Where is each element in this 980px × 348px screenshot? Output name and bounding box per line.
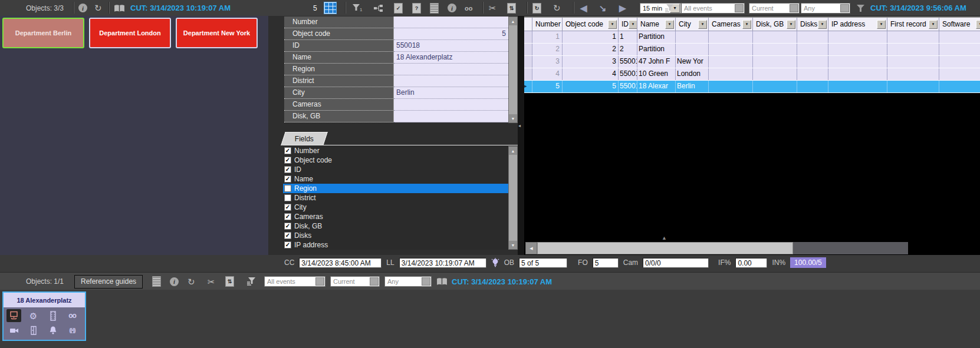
horizontal-scrollbar-thumb[interactable] <box>537 242 793 254</box>
events-filter-select[interactable]: All events <box>264 276 325 287</box>
object-card[interactable]: 18 Alexanderplatz ⚙ oo <box>2 291 86 341</box>
step-to-end-icon[interactable]: ↘ <box>599 4 607 12</box>
property-value[interactable]: 550018 <box>394 40 508 52</box>
table-row[interactable]: 335500147 John FNew Yor <box>524 56 980 68</box>
table-row[interactable]: 222Partition <box>524 44 980 56</box>
info-icon[interactable]: i <box>170 277 179 286</box>
cc-time-field[interactable]: 3/14/2023 8:45:00 AM <box>299 258 382 268</box>
document-check-icon[interactable]: ✓ <box>394 3 403 14</box>
info-icon[interactable]: i <box>78 4 87 12</box>
refresh-icon[interactable]: ↻ <box>94 4 102 12</box>
cam-field[interactable]: 0/0/0 <box>643 258 709 268</box>
filter-first-icon[interactable]: 1 <box>352 0 362 16</box>
checkbox[interactable] <box>284 185 291 192</box>
column-filter-button[interactable]: ▾ <box>818 20 827 29</box>
tree-structure-icon[interactable] <box>373 0 383 16</box>
list-report-icon[interactable] <box>152 276 161 287</box>
door-icon[interactable] <box>26 324 41 337</box>
fo-field[interactable]: 5 <box>593 258 619 268</box>
filter-settings-icon[interactable] <box>246 273 256 290</box>
scroll-up-icon[interactable]: ▲ <box>509 147 517 155</box>
property-value[interactable]: 18 Alexanderplatz <box>394 52 508 64</box>
table-row[interactable]: 445500110 GreenLondon <box>524 68 980 81</box>
field-item[interactable]: ✓Disk, GB <box>283 221 508 231</box>
if-field[interactable]: 0.00 <box>735 258 767 268</box>
type-filter-select[interactable]: Any <box>384 276 432 287</box>
column-filter-button[interactable]: ▾ <box>976 20 980 29</box>
column-header-cameras[interactable]: Cameras▾ <box>709 18 753 31</box>
book-icon[interactable] <box>114 0 125 16</box>
table-view-icon[interactable] <box>324 2 337 14</box>
column-header-software[interactable]: Software▾ <box>939 18 980 31</box>
dropdown-button[interactable] <box>735 4 744 12</box>
scroll-left-icon[interactable]: ◀ <box>525 242 537 254</box>
table-row[interactable]: ▸555500118 AlexarBerlin <box>524 81 980 93</box>
type-filter-select[interactable]: Any <box>801 3 850 14</box>
dropdown-button[interactable] <box>422 277 430 286</box>
column-filter-button[interactable]: ▾ <box>629 20 637 29</box>
broadcast-icon[interactable]: ((•)) <box>65 324 80 337</box>
property-value[interactable]: 5 <box>394 28 508 40</box>
ll-time-field[interactable]: 3/14/2023 10:19:07 AM <box>399 258 486 268</box>
paste-swap-icon[interactable]: ⇅ <box>225 276 234 287</box>
collapse-left-icon[interactable]: ◂ <box>518 123 521 128</box>
checkbox[interactable]: ✓ <box>284 147 291 154</box>
column-filter-button[interactable]: ▾ <box>877 20 886 29</box>
column-header-id[interactable]: ID▾ <box>619 18 637 31</box>
dropdown-button[interactable] <box>315 277 324 286</box>
state-filter-select[interactable]: Current <box>330 276 380 287</box>
scroll-down-icon[interactable]: ▼ <box>509 241 517 249</box>
clipboard-question-icon[interactable]: ? <box>412 3 421 14</box>
step-back-icon[interactable]: ◀ <box>580 4 587 12</box>
ob-field[interactable]: 5 of 5 <box>519 258 567 268</box>
field-item[interactable]: ✓ID <box>283 165 508 174</box>
checkbox[interactable] <box>284 194 291 201</box>
settings-gear-icon[interactable]: ⚙ <box>26 309 41 322</box>
cut-scissors-icon[interactable]: ✂ <box>208 277 215 286</box>
checkbox[interactable]: ✓ <box>284 232 291 239</box>
column-header-ip_address[interactable]: IP address▾ <box>828 18 887 31</box>
checkbox[interactable]: ✓ <box>284 213 291 220</box>
funnel-icon[interactable] <box>856 0 865 16</box>
step-forward-icon[interactable]: ▶ <box>619 4 626 12</box>
column-header-name[interactable]: Name▾ <box>637 18 676 31</box>
book-icon[interactable] <box>436 273 448 290</box>
field-item[interactable]: District <box>283 193 508 203</box>
department-card[interactable]: Department New York <box>176 18 258 48</box>
video-camera-icon[interactable] <box>6 324 21 337</box>
column-header-first_record[interactable]: First record▾ <box>887 18 939 31</box>
field-item[interactable]: ✓Name <box>283 174 508 184</box>
department-card[interactable]: Department Berlin <box>2 18 84 48</box>
checkbox[interactable]: ✓ <box>284 175 291 183</box>
refresh-icon[interactable]: ↻ <box>188 277 195 286</box>
column-filter-button[interactable]: ▾ <box>787 20 795 29</box>
field-item[interactable]: Region <box>283 184 508 193</box>
checkbox[interactable]: ✓ <box>284 157 291 164</box>
film-archive-icon[interactable] <box>45 309 60 322</box>
table-row[interactable]: 111Partition <box>524 31 980 44</box>
scroll-up-icon[interactable]: ▲ <box>509 17 517 25</box>
scroll-down-icon[interactable]: ▼ <box>509 114 517 122</box>
field-item[interactable]: ✓IP address <box>283 240 508 250</box>
property-value[interactable] <box>394 99 508 111</box>
field-item[interactable]: ✓Number <box>283 146 508 155</box>
paste-swap-icon[interactable]: ⇅ <box>507 3 516 14</box>
reference-guides-button[interactable]: Reference guides <box>74 275 143 289</box>
property-value[interactable] <box>394 64 508 75</box>
cut-scissors-icon[interactable]: ✂ <box>489 4 496 12</box>
column-header-disks[interactable]: Disks▾ <box>797 18 828 31</box>
column-filter-button[interactable]: ▾ <box>929 20 938 29</box>
checkbox[interactable]: ✓ <box>284 166 291 173</box>
column-filter-button[interactable]: ▾ <box>742 20 751 29</box>
info-icon[interactable]: i <box>448 4 456 12</box>
column-filter-button[interactable]: ▾ <box>665 20 674 29</box>
monitor-network-icon[interactable] <box>6 309 21 322</box>
column-filter-button[interactable]: ▾ <box>608 20 617 29</box>
refresh-icon[interactable]: ↻ <box>553 4 561 12</box>
panel-splitter[interactable]: ◂ <box>518 16 524 255</box>
dropdown-button[interactable] <box>370 277 379 286</box>
state-filter-select[interactable]: Current <box>749 3 800 14</box>
column-header-object_code[interactable]: Object code▾ <box>563 18 619 31</box>
list-report-icon[interactable] <box>430 3 439 14</box>
department-card[interactable]: Department London <box>89 18 171 48</box>
